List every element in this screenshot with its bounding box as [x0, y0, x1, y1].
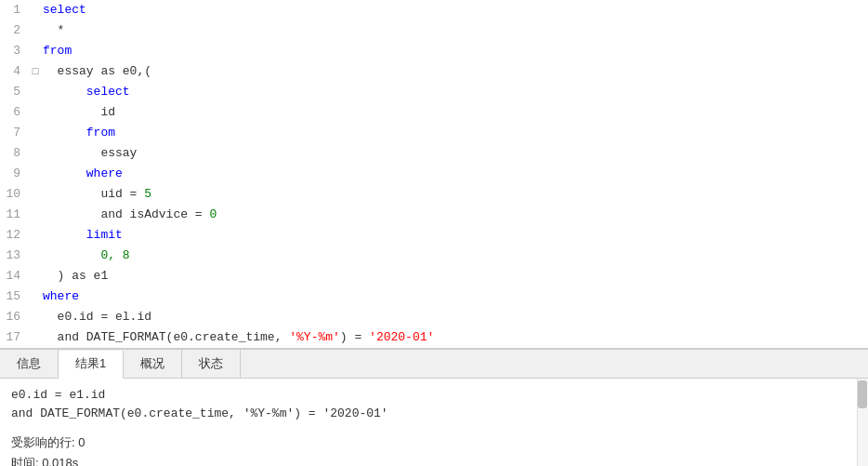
code-content: and DATE_FORMAT(e0.create_time, '%Y-%m')… — [43, 327, 868, 348]
code-content: select — [43, 0, 868, 20]
collapse-button — [28, 184, 43, 205]
code-line-row: 8 essay — [0, 143, 868, 164]
tab-bar: 信息结果1概况状态 — [0, 349, 868, 379]
code-content: from — [43, 123, 868, 143]
line-number: 11 — [0, 205, 28, 225]
line-number: 1 — [0, 0, 28, 20]
code-line-row: 2 * — [0, 20, 868, 41]
tab-状态[interactable]: 状态 — [182, 350, 241, 378]
code-content: 0, 8 — [43, 246, 868, 266]
collapse-button — [28, 143, 43, 164]
line-number: 16 — [0, 307, 28, 327]
code-content: from — [43, 41, 868, 61]
time-info: 时间: 0.018s — [11, 453, 857, 466]
code-line-row: 12 limit — [0, 225, 868, 246]
code-line-row: 7 from — [0, 123, 868, 143]
code-line-row: 9 where — [0, 164, 868, 184]
result-area: e0.id = e1.id and DATE_FORMAT(e0.create_… — [0, 379, 868, 466]
tab-概况[interactable]: 概况 — [124, 350, 182, 378]
collapse-button — [28, 205, 43, 225]
collapse-button — [28, 164, 43, 184]
code-content: where — [43, 286, 868, 307]
collapse-button[interactable]: □ — [28, 61, 43, 82]
code-table: 1select2 *3from4□ essay as e0,(5 select6… — [0, 0, 868, 348]
line-number: 10 — [0, 184, 28, 205]
line-number: 6 — [0, 102, 28, 123]
code-line-row: 6 id — [0, 102, 868, 123]
line-number: 4 — [0, 61, 28, 82]
collapse-button — [28, 102, 43, 123]
code-line-row: 4□ essay as e0,( — [0, 61, 868, 82]
line-number: 14 — [0, 266, 28, 286]
collapse-button — [28, 0, 43, 20]
code-editor[interactable]: 1select2 *3from4□ essay as e0,(5 select6… — [0, 0, 868, 349]
result-text-2: and DATE_FORMAT(e0.create_time, '%Y-%m')… — [11, 405, 857, 423]
code-line-row: 15where — [0, 286, 868, 307]
result-text-1: e0.id = e1.id — [11, 386, 857, 405]
code-content: ) as e1 — [43, 266, 868, 286]
code-line-row: 17 and DATE_FORMAT(e0.create_time, '%Y-%… — [0, 327, 868, 348]
line-number: 12 — [0, 225, 28, 246]
collapse-button — [28, 327, 43, 348]
collapse-button — [28, 82, 43, 102]
code-content: essay — [43, 143, 868, 164]
collapse-button — [28, 286, 43, 307]
collapse-button — [28, 225, 43, 246]
collapse-button — [28, 307, 43, 327]
line-number: 13 — [0, 246, 28, 266]
code-line-row: 5 select — [0, 82, 868, 102]
collapse-button — [28, 246, 43, 266]
line-number: 8 — [0, 143, 28, 164]
code-line-row: 11 and isAdvice = 0 — [0, 205, 868, 225]
code-content: * — [43, 20, 868, 41]
code-line-row: 14 ) as e1 — [0, 266, 868, 286]
code-content: where — [43, 164, 868, 184]
scrollbar[interactable] — [857, 379, 868, 466]
line-number: 15 — [0, 286, 28, 307]
code-content: essay as e0,( — [43, 61, 868, 82]
tab-信息[interactable]: 信息 — [0, 350, 59, 378]
scrollbar-thumb[interactable] — [858, 380, 867, 408]
affected-rows: 受影响的行: 0 — [11, 433, 857, 453]
collapse-button — [28, 123, 43, 143]
result-meta: 受影响的行: 0 时间: 0.018s — [11, 433, 857, 466]
code-content: e0.id = el.id — [43, 307, 868, 327]
line-number: 7 — [0, 123, 28, 143]
line-number: 3 — [0, 41, 28, 61]
collapse-button — [28, 41, 43, 61]
code-content: select — [43, 82, 868, 102]
code-line-row: 10 uid = 5 — [0, 184, 868, 205]
collapse-button — [28, 266, 43, 286]
code-content: limit — [43, 225, 868, 246]
code-content: and isAdvice = 0 — [43, 205, 868, 225]
line-number: 17 — [0, 327, 28, 348]
code-line-row: 16 e0.id = el.id — [0, 307, 868, 327]
code-content: uid = 5 — [43, 184, 868, 205]
line-number: 2 — [0, 20, 28, 41]
line-number: 5 — [0, 82, 28, 102]
code-line-row: 13 0, 8 — [0, 246, 868, 266]
tab-结果1[interactable]: 结果1 — [59, 351, 124, 379]
code-line-row: 1select — [0, 0, 868, 20]
collapse-button — [28, 20, 43, 41]
code-line-row: 3from — [0, 41, 868, 61]
code-content: id — [43, 102, 868, 123]
line-number: 9 — [0, 164, 28, 184]
